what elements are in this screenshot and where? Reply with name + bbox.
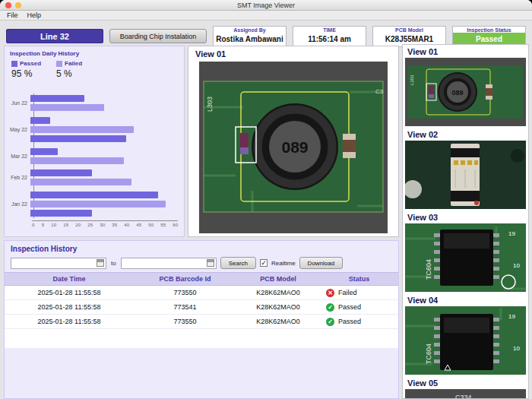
chart-bar — [30, 157, 124, 164]
column-date-time[interactable]: Date Time — [5, 275, 134, 283]
menu-help[interactable]: Help — [27, 11, 42, 19]
menu-file[interactable]: File — [7, 11, 18, 19]
line-button[interactable]: Line 32 — [6, 29, 103, 43]
calendar-icon[interactable] — [207, 259, 214, 267]
pcb-model-label: PCB Model — [373, 27, 445, 33]
thumb-image-view01[interactable]: 089 L303 — [405, 58, 526, 126]
cell-date-time: 2025-01-28 11:55:58 — [5, 303, 134, 311]
thumb4-top-label: 19 — [508, 313, 515, 320]
column-pcb-model[interactable]: PCB Model — [236, 275, 320, 283]
download-button[interactable]: Download — [299, 257, 344, 269]
chart-x-axis: 051015202530354045505560 — [32, 220, 178, 227]
date-to-input[interactable] — [121, 258, 217, 269]
chart-bar — [30, 95, 84, 102]
thumb1-board-label: L303 — [410, 74, 414, 85]
thumb3-top-label: 19 — [508, 230, 515, 237]
history-table-body: 2025-01-28 11:55:58773550K28K62MAO0✕Fail… — [5, 286, 398, 348]
inspection-history-title: Inspection History — [5, 241, 398, 255]
chart-category-label: Jan 22 — [8, 201, 30, 207]
realtime-checkbox[interactable]: ✓ — [260, 259, 268, 267]
status-failed-icon: ✕ — [326, 289, 334, 297]
chart-bar — [30, 210, 92, 217]
x-axis-tick: 50 — [148, 223, 154, 227]
main-view-title: View 01 — [188, 46, 398, 59]
chart-category-label: May 22 — [8, 127, 30, 132]
search-button[interactable]: Search — [220, 257, 256, 269]
chart-bar — [30, 135, 126, 142]
time-label: TIME — [293, 27, 366, 33]
thumb-section-view01: View 01 089 L303 — [403, 45, 528, 128]
status-passed-icon: ✓ — [326, 303, 334, 312]
pcb-photo-thumb3: TC604 19 10 — [405, 223, 526, 292]
assigned-by-value: Rostika Ambawani — [214, 33, 286, 46]
column-status[interactable]: Status — [320, 275, 398, 283]
cell-pcb-barcode-id: 773550 — [134, 289, 236, 296]
passed-percentage: 95 % — [11, 68, 41, 79]
pcb-photo-main: 089 L303 C3 — [199, 62, 388, 233]
time-value: 11:56:14 am — [293, 33, 366, 46]
station-button[interactable]: Boarding Chip Instalation — [109, 29, 207, 43]
x-axis-tick: 10 — [51, 223, 56, 227]
status-text: Passed — [338, 303, 361, 311]
x-axis-tick: 5 — [42, 223, 44, 227]
assigned-by-label: Assigned By — [214, 27, 286, 33]
thumb-image-view03[interactable]: TC604 19 10 — [405, 223, 526, 292]
inspection-history-panel: Inspection History to Search ✓ Realtime … — [4, 240, 399, 399]
pcb-photo-thumb4: TC604 19 10 — [405, 306, 526, 375]
legend-failed-label: Failed — [65, 60, 82, 67]
board-ref-label: L303 — [206, 97, 214, 112]
thumb-image-view02[interactable] — [405, 141, 526, 209]
realtime-label: Realtime — [271, 260, 296, 267]
cell-pcb-model: K28K62MAO0 — [236, 289, 320, 296]
thumb4-side-label: 10 — [513, 345, 520, 352]
thumb5-ref-label: C334 — [455, 394, 472, 399]
views-sidebar: View 01 089 L303 — [402, 44, 529, 399]
cell-pcb-barcode-id: 773550 — [134, 318, 236, 325]
cell-status: ✕Failed — [320, 289, 398, 297]
status-text: Failed — [338, 289, 357, 296]
chart-bar-group: May 22 — [8, 117, 178, 142]
cell-pcb-model: K28K62MAO0 — [236, 318, 320, 325]
thumb-section-view05: View 05 C334 — [403, 376, 528, 399]
thumb-image-view05[interactable]: C334 — [405, 389, 526, 399]
chart-category-label: Feb 22 — [8, 175, 30, 180]
chart-legend: Passed 95 % Failed 5 % — [5, 57, 184, 79]
chart-bar — [30, 169, 92, 176]
menu-bar: File Help — [0, 11, 532, 21]
chart-bar — [30, 201, 166, 207]
window-title: SMT Image Viewer — [0, 2, 532, 9]
x-axis-tick: 60 — [173, 223, 178, 227]
pcb-photo-thumb5: C334 — [405, 389, 526, 399]
thumb1-component-label: 089 — [451, 89, 463, 97]
x-axis-tick: 0 — [32, 223, 34, 227]
history-table-row[interactable]: 2025-01-28 11:55:58773550K28K62MAO0✕Fail… — [5, 286, 398, 300]
pcb-photo-thumb1: 089 L303 — [405, 58, 526, 126]
main-inspection-image[interactable]: 089 L303 C3 — [199, 62, 388, 233]
chart-bar-group: Jan 22 — [8, 192, 178, 217]
history-table-header: Date Time PCB Barcode Id PCB Model Statu… — [5, 272, 398, 286]
thumb-image-view04[interactable]: TC604 19 10 — [405, 306, 526, 375]
history-search-row: to Search ✓ Realtime Download — [5, 255, 398, 272]
calendar-icon[interactable] — [97, 259, 104, 267]
main-view-panel: View 01 089 L303 C3 — [188, 46, 399, 237]
chart-bar — [30, 192, 158, 198]
chart-title: Inspection Daily History — [5, 46, 184, 57]
x-axis-tick: 20 — [75, 223, 81, 227]
chart-category-label: Mar 22 — [8, 154, 30, 159]
failed-percentage: 5 % — [56, 68, 82, 79]
cell-status: ✓Passed — [320, 303, 398, 312]
chart-bar-group: Jun 22 — [8, 95, 178, 111]
history-table-row[interactable]: 2025-01-28 11:55:58773541K28K62MAO0✓Pass… — [5, 300, 398, 315]
status-passed-icon: ✓ — [326, 318, 334, 326]
thumb3-chip-label: TC604 — [425, 259, 432, 280]
thumb-title-view02: View 02 — [405, 128, 526, 141]
status-text: Passed — [338, 318, 361, 325]
x-axis-tick: 30 — [100, 223, 105, 227]
history-table-row[interactable]: 2025-01-28 11:55:58773550K28K62MAO0✓Pass… — [5, 315, 398, 329]
title-bar: SMT Image Viewer — [0, 0, 532, 11]
to-label: to — [110, 260, 117, 267]
date-from-input[interactable] — [11, 258, 106, 269]
legend-failed-swatch — [56, 61, 62, 67]
corner-ref-label: C3 — [375, 88, 384, 95]
column-pcb-barcode-id[interactable]: PCB Barcode Id — [134, 275, 236, 283]
